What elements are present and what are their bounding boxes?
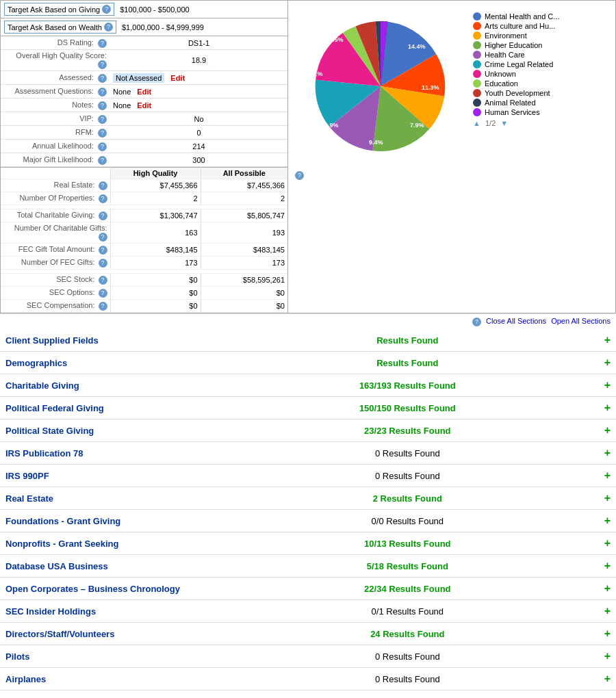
section-row[interactable]: Political Federal Giving 150/150 Results… <box>0 397 616 419</box>
section-row[interactable]: Foundations - Grant Giving 0/0 Results F… <box>0 510 616 532</box>
assessed-row: Assessed: ? Not Assessed Edit <box>1 71 287 85</box>
section-result: 23/23 Results Found <box>211 426 604 436</box>
legend-label: Arts culture and Hu... <box>485 22 555 30</box>
vip-label: VIP: ? <box>1 113 110 125</box>
section-plus-icon[interactable]: + <box>604 424 611 437</box>
legend-label: Human Services <box>485 108 540 116</box>
help-icon-so[interactable]: ? <box>99 289 107 298</box>
section-label: Open Corporates – Business Chronology <box>5 584 211 594</box>
section-label: IRS 990PF <box>5 471 211 481</box>
help-icon-vip[interactable]: ? <box>98 115 107 124</box>
legend-label: Mental Health and C... <box>485 12 559 21</box>
help-icon-al[interactable]: ? <box>98 142 107 151</box>
target-ask-wealth-value: $1,000,000 - $4,999,999 <box>122 23 204 31</box>
svg-text:7.9%: 7.9% <box>410 122 424 129</box>
section-row[interactable]: Pilots 0 Results Found + <box>0 645 616 668</box>
section-row[interactable]: Nonprofits - Grant Seeking 10/13 Results… <box>0 532 616 555</box>
sections-list: Client Supplied Fields Results Found + D… <box>0 329 616 698</box>
legend-label: Crime Legal Related <box>485 60 553 68</box>
assessed-edit-link[interactable]: Edit <box>170 74 185 82</box>
notes-edit-link[interactable]: Edit <box>137 101 151 109</box>
section-label: Nonprofits - Grant Seeking <box>5 539 211 549</box>
open-all-link[interactable]: Open All Sections <box>551 317 611 325</box>
assessment-q-edit-link[interactable]: Edit <box>137 88 151 96</box>
prev-arrow[interactable]: ▲ <box>473 119 480 127</box>
major-gift-label: Major Gift Likelihood: ? <box>1 154 110 166</box>
svg-text:9.4%: 9.4% <box>369 139 383 146</box>
section-plus-icon[interactable]: + <box>604 357 611 369</box>
overall-score-value: 18.9 <box>110 55 287 66</box>
section-plus-icon[interactable]: + <box>604 492 611 504</box>
num-fec-hq: 173 <box>110 257 201 270</box>
section-plus-icon[interactable]: + <box>604 628 611 640</box>
section-row[interactable]: IRS 990PF 0 Results Found + <box>0 465 616 487</box>
section-plus-icon[interactable]: + <box>604 537 611 550</box>
section-plus-icon[interactable]: + <box>604 334 611 346</box>
help-icon-tc[interactable]: ? <box>99 211 107 220</box>
section-row[interactable]: Client Supplied Fields Results Found + <box>0 329 616 352</box>
target-ask-giving-button[interactable]: Target Ask Based on Giving ? <box>4 3 114 16</box>
section-row[interactable]: Open Corporates – Business Chronology 22… <box>0 578 616 600</box>
sec-stock-row: SEC Stock: ? $0 $58,595,261 <box>1 274 287 287</box>
help-icon-re[interactable]: ? <box>99 181 107 190</box>
section-plus-icon[interactable]: + <box>604 469 611 482</box>
section-result: 0/0 Results Found <box>211 516 604 526</box>
annual-likelihood-value: 214 <box>110 141 287 152</box>
section-row[interactable]: Database USA Business 5/18 Results Found… <box>0 555 616 578</box>
section-row[interactable]: USCoastGuard 0 Results Found + <box>0 690 616 698</box>
section-plus-icon[interactable]: + <box>604 447 611 459</box>
help-icon-ds[interactable]: ? <box>98 39 107 48</box>
section-plus-icon[interactable]: + <box>604 515 611 527</box>
assessed-label: Assessed: ? <box>1 72 110 84</box>
section-row[interactable]: Directors/Staff/Volunteers 24 Results Fo… <box>0 623 616 645</box>
legend-dot <box>473 51 481 59</box>
section-result: 22/34 Results Found <box>211 584 604 594</box>
rfm-row: RFM: ? 0 <box>1 126 287 140</box>
section-row[interactable]: IRS Publication 78 0 Results Found + <box>0 442 616 465</box>
section-plus-icon[interactable]: + <box>604 650 611 662</box>
close-all-link[interactable]: Close All Sections <box>486 317 546 325</box>
help-icon-mg[interactable]: ? <box>98 156 107 165</box>
target-ask-wealth-button[interactable]: Target Ask Based on Wealth ? <box>4 21 116 34</box>
help-icon-rfm[interactable]: ? <box>98 129 107 138</box>
notes-label: Notes: ? <box>1 99 110 112</box>
help-icon-assessed[interactable]: ? <box>98 74 107 83</box>
section-plus-icon[interactable]: + <box>604 402 611 414</box>
help-icon-ncg[interactable]: ? <box>99 233 107 242</box>
section-result: 2 Results Found <box>211 493 604 504</box>
section-row[interactable]: Airplanes 0 Results Found + <box>0 668 616 690</box>
help-icon-np[interactable]: ? <box>99 194 107 203</box>
section-row[interactable]: SEC Insider Holdings 0/1 Results Found + <box>0 600 616 623</box>
help-icon-sc[interactable]: ? <box>99 302 107 311</box>
section-plus-icon[interactable]: + <box>604 695 611 698</box>
help-icon-wealth[interactable]: ? <box>104 23 113 31</box>
help-icon-aq[interactable]: ? <box>98 88 107 96</box>
total-charitable-ap: $5,805,747 <box>201 209 287 222</box>
rfm-value: 0 <box>110 127 287 138</box>
help-icon-pie[interactable]: ? <box>295 171 304 180</box>
next-arrow[interactable]: ▼ <box>500 119 508 127</box>
target-ask-giving-label: Target Ask Based on Giving <box>8 5 100 14</box>
real-estate-row: Real Estate: ? $7,455,366 $7,455,366 <box>1 179 287 192</box>
major-gift-value: 300 <box>110 155 287 166</box>
help-icon-nfec[interactable]: ? <box>99 259 107 268</box>
section-row[interactable]: Real Estate 2 Results Found + <box>0 487 616 510</box>
section-plus-icon[interactable]: + <box>604 673 611 685</box>
section-plus-icon[interactable]: + <box>604 379 611 391</box>
legend-item: Higher Education <box>473 41 582 49</box>
help-icon-sections[interactable]: ? <box>472 318 481 326</box>
help-icon-fec[interactable]: ? <box>99 246 107 255</box>
help-icon-ss[interactable]: ? <box>99 276 107 285</box>
section-row[interactable]: Charitable Giving 163/193 Results Found … <box>0 374 616 397</box>
section-row[interactable]: Demographics Results Found + <box>0 352 616 374</box>
section-result: 0/1 Results Found <box>211 606 604 617</box>
notes-row: Notes: ? None Edit <box>1 99 287 112</box>
help-icon-score[interactable]: ? <box>98 60 107 69</box>
section-plus-icon[interactable]: + <box>604 605 611 617</box>
help-icon-notes[interactable]: ? <box>98 101 107 110</box>
legend-item: Unknown <box>473 70 582 78</box>
section-plus-icon[interactable]: + <box>604 582 611 595</box>
section-row[interactable]: Political State Giving 23/23 Results Fou… <box>0 419 616 442</box>
section-plus-icon[interactable]: + <box>604 560 611 572</box>
help-icon-giving[interactable]: ? <box>102 5 111 14</box>
